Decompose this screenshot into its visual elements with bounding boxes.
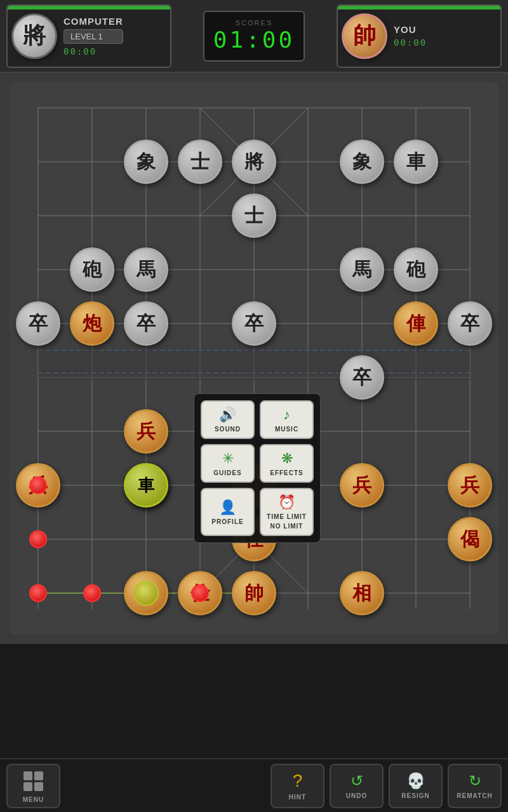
you-timer: 00:00 (394, 37, 427, 48)
piece-red-xiang2[interactable]: 相 (340, 571, 384, 615)
piece-red-1[interactable]: 炮 (70, 301, 114, 346)
move-indicator-2[interactable] (83, 584, 101, 602)
piece-black-1[interactable]: 象 (124, 140, 168, 184)
sound-button[interactable]: 🔊 SOUND (201, 400, 255, 439)
piece-black-9[interactable]: 馬 (340, 247, 384, 292)
score-panel: SCORES 01:00 (203, 11, 305, 62)
piece-black-4[interactable]: 象 (340, 140, 384, 184)
effects-button[interactable]: ❋ EFFECTS (260, 444, 314, 483)
settings-overlay[interactable]: 🔊 SOUND ♪ MUSIC ✳ GUIDES ❋ EFFECTS 👤 PRO… (194, 393, 321, 543)
resign-button[interactable]: 💀 RESIGN (389, 764, 443, 808)
piece-black-2[interactable]: 士 (178, 140, 222, 184)
menu-grid-icon (21, 769, 46, 794)
piece-black-3[interactable]: 將 (232, 140, 276, 184)
no-limit-label: NO LIMIT (271, 523, 304, 530)
undo-label: UNDO (346, 792, 367, 799)
hint-label: HINT (289, 794, 306, 801)
piece-red-2[interactable]: 俥 (394, 301, 438, 346)
music-label: MUSIC (275, 426, 298, 433)
resign-icon: 💀 (406, 772, 425, 790)
you-name: YOU (394, 24, 427, 35)
no-limit-button[interactable]: ⏰ TIME LIMIT NO LIMIT (260, 488, 314, 536)
spacer (0, 644, 508, 758)
piece-black-5[interactable]: 車 (394, 140, 438, 184)
piece-red-5[interactable]: 兵 (340, 463, 384, 508)
guides-icon: ✳ (222, 450, 234, 467)
computer-timer: 00:00 (64, 46, 123, 56)
undo-icon: ↺ (351, 772, 363, 790)
move-indicator-6[interactable] (29, 476, 47, 494)
score-label: SCORES (236, 19, 272, 27)
move-indicator-3[interactable] (133, 580, 159, 606)
rematch-button[interactable]: ↻ REMATCH (448, 764, 502, 808)
score-value: 01:00 (213, 27, 295, 53)
you-info: YOU 00:00 (394, 24, 427, 48)
header: 將 COMPUTER LEVEL 1 00:00 SCORES 01:00 帥 … (0, 0, 508, 73)
move-indicator-1[interactable] (29, 584, 47, 602)
undo-button[interactable]: ↺ UNDO (330, 764, 384, 808)
piece-black-13[interactable]: 卒 (232, 301, 276, 346)
computer-panel: 將 COMPUTER LEVEL 1 00:00 (6, 4, 171, 68)
effects-icon: ❋ (281, 450, 293, 467)
you-panel: 帥 YOU 00:00 (337, 4, 502, 68)
guides-button[interactable]: ✳ GUIDES (201, 444, 255, 483)
menu-label: MENU (23, 796, 44, 803)
music-button[interactable]: ♪ MUSIC (260, 400, 314, 439)
menu-button[interactable]: MENU (6, 764, 60, 808)
hint-button[interactable]: ? HINT (271, 764, 324, 808)
sound-icon: 🔊 (219, 407, 236, 423)
sound-label: SOUND (215, 426, 241, 433)
piece-black-10[interactable]: 砲 (394, 247, 438, 292)
you-health-bar (338, 6, 500, 10)
rematch-icon: ↻ (469, 772, 481, 790)
piece-selected-che[interactable]: 車 (124, 463, 168, 508)
computer-name: COMPUTER (64, 16, 123, 27)
effects-label: EFFECTS (270, 469, 304, 476)
computer-piece: 將 (11, 13, 57, 59)
you-piece: 帥 (342, 13, 387, 59)
profile-label: PROFILE (211, 518, 243, 525)
resign-label: RESIGN (401, 792, 429, 799)
right-buttons: ? HINT ↺ UNDO 💀 RESIGN ↻ REMATCH (271, 764, 502, 808)
piece-red-shuai[interactable]: 帥 (232, 571, 276, 615)
move-indicator-4[interactable] (191, 584, 209, 602)
piece-black-15[interactable]: 卒 (340, 355, 384, 400)
time-limit-label: TIME LIMIT (267, 513, 307, 520)
piece-red-6[interactable]: 兵 (448, 463, 492, 508)
piece-black-11[interactable]: 卒 (16, 301, 60, 346)
computer-health-bar (8, 6, 170, 10)
piece-black-6[interactable]: 士 (232, 193, 276, 238)
music-icon: ♪ (283, 407, 290, 423)
computer-level: LEVEL 1 (64, 29, 123, 44)
game-board[interactable]: 象 士 將 象 車 士 砲 馬 馬 砲 卒 卒 卒 卒 卒 炮 俥 兵 (10, 82, 498, 634)
piece-black-7[interactable]: 砲 (70, 247, 114, 292)
svg-rect-19 (38, 349, 470, 381)
profile-icon: 👤 (219, 499, 236, 516)
guides-label: GUIDES (213, 469, 241, 476)
hint-icon: ? (293, 771, 303, 791)
computer-info: COMPUTER LEVEL 1 00:00 (64, 16, 123, 56)
no-limit-icon: ⏰ (278, 494, 295, 511)
piece-black-14[interactable]: 卒 (448, 301, 492, 346)
piece-red-8[interactable]: 偈 (448, 517, 492, 561)
rematch-label: REMATCH (457, 792, 492, 799)
profile-button[interactable]: 👤 PROFILE (201, 488, 255, 536)
piece-black-8[interactable]: 馬 (124, 247, 168, 292)
bottom-bar: MENU ? HINT ↺ UNDO 💀 RESIGN ↻ REMATCH (0, 758, 508, 812)
move-indicator-5[interactable] (29, 530, 47, 548)
board-container[interactable]: 象 士 將 象 車 士 砲 馬 馬 砲 卒 卒 卒 卒 卒 炮 俥 兵 (0, 73, 508, 644)
piece-black-12[interactable]: 卒 (124, 301, 168, 346)
piece-red-3[interactable]: 兵 (124, 409, 168, 454)
